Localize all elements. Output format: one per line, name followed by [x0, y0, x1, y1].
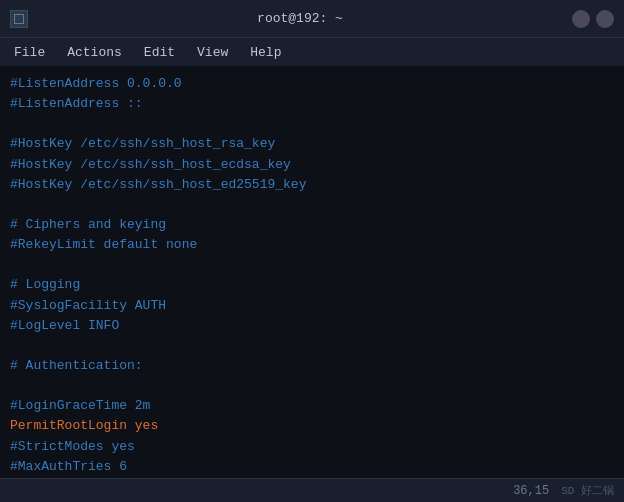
line-8: # Ciphers and keying [10, 215, 614, 235]
window-icon-inner [14, 14, 24, 24]
line-4: #HostKey /etc/ssh/ssh_host_rsa_key [10, 134, 614, 154]
title-bar: root@192: ~ [0, 0, 624, 38]
line-16 [10, 376, 614, 396]
status-bar: 36,15 SD 好二锅 [0, 478, 624, 502]
line-6: #HostKey /etc/ssh/ssh_host_ed25519_key [10, 175, 614, 195]
line-19: #StrictModes yes [10, 437, 614, 457]
menu-help[interactable]: Help [240, 43, 291, 62]
menu-view[interactable]: View [187, 43, 238, 62]
line-7 [10, 195, 614, 215]
menu-file[interactable]: File [4, 43, 55, 62]
line-9: #RekeyLimit default none [10, 235, 614, 255]
menu-edit[interactable]: Edit [134, 43, 185, 62]
watermark-text: SD 好二锅 [561, 483, 614, 498]
title-bar-controls [572, 10, 614, 28]
window-icon [10, 10, 28, 28]
line-5: #HostKey /etc/ssh/ssh_host_ecdsa_key [10, 155, 614, 175]
line-15: # Authentication: [10, 356, 614, 376]
minimize-button[interactable] [572, 10, 590, 28]
menu-bar: File Actions Edit View Help [0, 38, 624, 66]
line-10 [10, 255, 614, 275]
line-18: PermitRootLogin yes [10, 416, 614, 436]
terminal-content: #ListenAddress 0.0.0.0 #ListenAddress ::… [0, 66, 624, 478]
maximize-button[interactable] [596, 10, 614, 28]
line-11: # Logging [10, 275, 614, 295]
title-bar-left [10, 10, 28, 28]
line-20: #MaxAuthTries 6 [10, 457, 614, 477]
line-12: #SyslogFacility AUTH [10, 296, 614, 316]
line-14 [10, 336, 614, 356]
line-1: #ListenAddress 0.0.0.0 [10, 74, 614, 94]
menu-actions[interactable]: Actions [57, 43, 132, 62]
cursor-position: 36,15 [513, 484, 549, 498]
line-2: #ListenAddress :: [10, 94, 614, 114]
window-title: root@192: ~ [257, 11, 343, 26]
line-13: #LogLevel INFO [10, 316, 614, 336]
line-3 [10, 114, 614, 134]
line-17: #LoginGraceTime 2m [10, 396, 614, 416]
